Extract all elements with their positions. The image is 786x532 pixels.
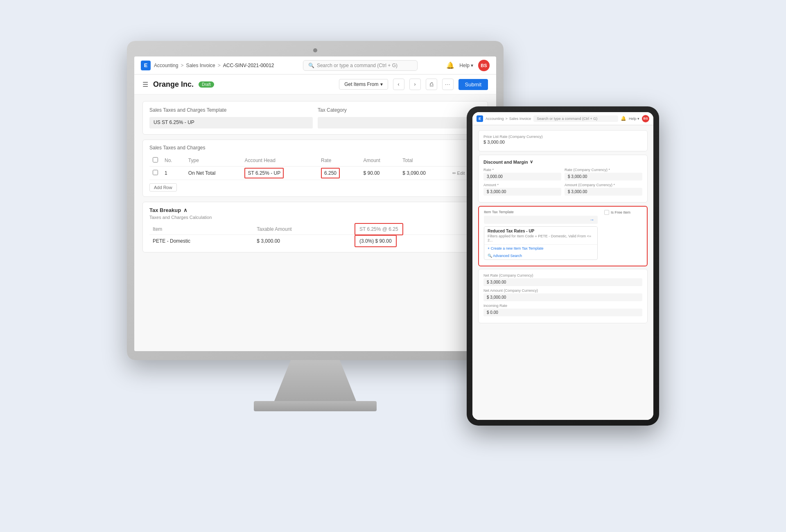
tax-col-st: ST 6.25% @ 6.25 <box>351 224 481 235</box>
get-items-label: Get Items From <box>344 81 378 87</box>
help-label: Help <box>459 63 470 68</box>
tax-breakup-chevron-icon[interactable]: ∧ <box>183 207 187 213</box>
row-amount: $ 90.00 <box>360 167 400 180</box>
nav-prev-button[interactable]: ‹ <box>393 79 404 90</box>
tax-table-row: PETE - Domestic $ 3,000.00 (3.0%) $ 90.0… <box>149 235 481 248</box>
sales-taxes-table-section: Sales Taxes and Charges No. Type Account… <box>142 140 488 197</box>
col-total: Total <box>399 155 449 167</box>
tablet-actions: 🔔 Help ▾ BS <box>621 115 649 122</box>
rate-row: Rate * 3,000.00 Rate (Company Currency) … <box>483 168 642 180</box>
net-amount-value: $ 3,000.00 <box>483 293 642 301</box>
doc-title: Orange Inc. <box>153 80 194 89</box>
price-list-rate-label: Price List Rate (Company Currency) <box>483 135 642 139</box>
incoming-rate-value: $ 0.00 <box>483 309 642 316</box>
breadcrumb: Accounting > Sales Invoice > ACC-SINV-20… <box>154 63 274 68</box>
add-row-button[interactable]: Add Row <box>149 183 177 192</box>
doc-content: Sales Taxes and Charges Template US ST 6… <box>134 95 496 351</box>
tablet: E Accounting > Sales Invoice Search or t… <box>467 106 659 426</box>
tablet-screen: E Accounting > Sales Invoice Search or t… <box>472 112 653 420</box>
sales-taxes-template-field: Sales Taxes and Charges Template US ST 6… <box>149 107 313 128</box>
net-rate-value: $ 3,000.00 <box>483 278 642 286</box>
breadcrumb-sales-invoice[interactable]: Sales Invoice <box>186 63 215 68</box>
amount-label: Amount * <box>483 183 561 187</box>
incoming-rate-label: Incoming Rate <box>483 304 642 308</box>
tablet-breadcrumb-accounting[interactable]: Accounting <box>486 117 504 121</box>
net-rates-card: Net Rate (Company Currency) $ 3,000.00 N… <box>478 269 648 323</box>
tablet-search-box[interactable]: Search or type a command (Ctrl + G) <box>533 115 618 122</box>
col-rate: Rate <box>318 155 360 167</box>
sales-taxes-table: No. Type Account Head Rate Amount Total <box>149 155 481 180</box>
help-button[interactable]: Help ▾ <box>459 63 473 68</box>
monitor-screen: E Accounting > Sales Invoice > ACC-SINV-… <box>134 56 496 351</box>
select-all-checkbox[interactable] <box>153 157 158 162</box>
tax-row-item: PETE - Domestic <box>149 235 253 248</box>
item-tax-input-row: → <box>484 216 598 224</box>
topbar-search-area: 🔍 Search or type a command (Ctrl + G) <box>274 60 447 71</box>
amount-company-field: Amount (Company Currency) * $ 3,000.00 <box>565 183 642 196</box>
dropdown-option-desc: Filters applied for Item Code = PETE - D… <box>488 234 594 242</box>
help-chevron-icon: ▾ <box>471 63 473 68</box>
search-placeholder: Search or type a command (Ctrl + G) <box>317 63 398 68</box>
taxes-template-section: Sales Taxes and Charges Template US ST 6… <box>142 101 488 135</box>
item-tax-template-label: Item Tax Template <box>484 210 598 214</box>
breadcrumb-sep1: > <box>181 63 183 68</box>
rate-company-label: Rate (Company Currency) * <box>565 168 642 172</box>
get-items-button[interactable]: Get Items From ▾ <box>339 79 388 90</box>
dropdown-option-reduced[interactable]: Reduced Tax Rates - UP Filters applied f… <box>484 227 597 245</box>
item-tax-arrow-icon: → <box>590 217 594 223</box>
tax-row-st-value: (3.0%) $ 90.00 <box>351 235 481 248</box>
row-checkbox[interactable] <box>153 170 158 175</box>
tablet-user-avatar[interactable]: BS <box>642 115 649 122</box>
submit-button[interactable]: Submit <box>458 79 488 90</box>
item-tax-dropdown: Reduced Tax Rates - UP Filters applied f… <box>484 226 598 260</box>
tax-breakup-label: Tax Breakup <box>149 207 181 213</box>
desktop-monitor: E Accounting > Sales Invoice > ACC-SINV-… <box>127 41 504 409</box>
col-no: No. <box>161 155 185 167</box>
monitor-camera <box>313 48 317 52</box>
search-box[interactable]: 🔍 Search or type a command (Ctrl + G) <box>303 60 418 71</box>
item-tax-field: Item Tax Template → Reduced Tax Rates - … <box>484 210 598 260</box>
print-button[interactable]: ⎙ <box>426 79 437 90</box>
more-options-button[interactable]: ··· <box>442 79 454 90</box>
user-avatar[interactable]: BS <box>478 60 490 71</box>
sales-taxes-template-value[interactable]: US ST 6.25% - UP <box>149 117 313 128</box>
bell-icon[interactable]: 🔔 <box>446 61 454 69</box>
breadcrumb-doc-id[interactable]: ACC-SINV-2021-00012 <box>223 63 274 68</box>
amount-company-input[interactable]: $ 3,000.00 <box>565 188 642 196</box>
net-rate-row: Net Rate (Company Currency) $ 3,000.00 <box>483 273 642 286</box>
rate-company-input[interactable]: $ 3,000.00 <box>565 173 642 180</box>
draft-badge: Draft <box>199 81 214 88</box>
search-icon: 🔍 <box>308 63 314 68</box>
is-free-item-field: Is Free Item <box>601 210 642 215</box>
col-checkbox <box>149 155 161 167</box>
amount-row: Amount * $ 3,000.00 Amount (Company Curr… <box>483 183 642 196</box>
is-free-item-label: Is Free Item <box>604 210 642 215</box>
tablet-bell-icon[interactable]: 🔔 <box>621 116 626 121</box>
rate-input[interactable]: 3,000.00 <box>483 173 561 180</box>
is-free-item-checkbox[interactable] <box>604 210 609 215</box>
tax-row-taxable-amount: $ 3,000.00 <box>253 235 351 248</box>
discount-margin-label: Discount and Margin <box>483 160 528 165</box>
tablet-breadcrumb-sep: > <box>506 117 508 121</box>
tax-breakup-subtitle: Taxes and Charges Calculation <box>149 215 481 220</box>
doc-toolbar: ☰ Orange Inc. Draft Get Items From ▾ ‹ ›… <box>134 74 496 95</box>
discount-margin-title[interactable]: Discount and Margin ∨ <box>483 159 642 165</box>
advanced-search-link[interactable]: 🔍 Advanced Search <box>484 252 597 259</box>
tablet-help-button[interactable]: Help ▾ <box>629 117 639 121</box>
row-rate[interactable]: 6.250 <box>318 167 360 180</box>
tax-col-item: Item <box>149 224 253 235</box>
sales-taxes-table-title: Sales Taxes and Charges <box>149 145 481 151</box>
row-account-head[interactable]: ST 6.25% - UP <box>241 167 318 180</box>
tablet-breadcrumb-sales[interactable]: Sales Invoice <box>509 117 531 121</box>
tablet-content: Price List Rate (Company Currency) $ 3,0… <box>472 125 653 420</box>
tablet-app-logo: E <box>477 115 483 122</box>
breadcrumb-sep2: > <box>218 63 221 68</box>
price-list-rate-card: Price List Rate (Company Currency) $ 3,0… <box>478 130 648 151</box>
menu-icon[interactable]: ☰ <box>142 81 148 88</box>
breadcrumb-accounting[interactable]: Accounting <box>154 63 178 68</box>
create-new-template-link[interactable]: + Create a new Item Tax Template <box>484 245 597 252</box>
net-amount-field: Net Amount (Company Currency) $ 3,000.00 <box>483 289 642 301</box>
tax-category-value[interactable] <box>318 117 481 128</box>
amount-input[interactable]: $ 3,000.00 <box>483 188 561 196</box>
nav-next-button[interactable]: › <box>409 79 421 90</box>
